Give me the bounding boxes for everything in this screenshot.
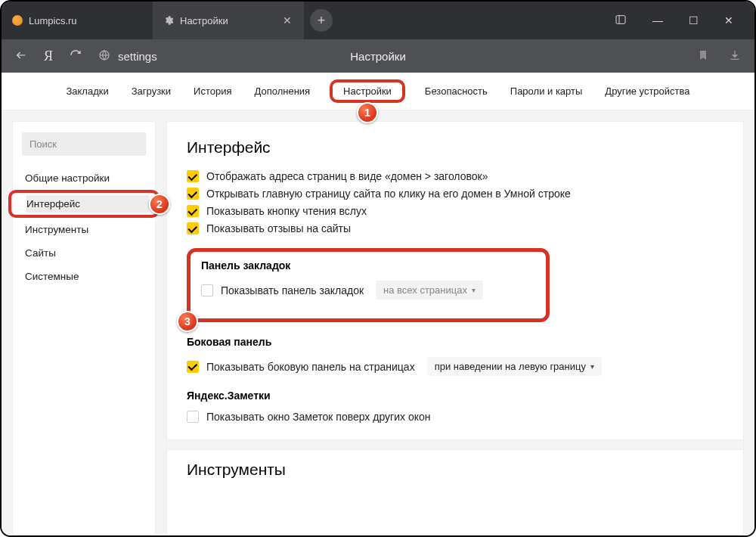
opt-show-sidepanel: Показывать боковую панель на страницах п… [187,357,723,376]
opt-domain-title: Отображать адреса страниц в виде «домен … [187,170,723,182]
callout-badge-3: 3 [177,311,198,332]
section-heading-tools: Инструменты [187,461,723,479]
sidebar-item-general[interactable]: Общие настройки [13,166,155,190]
topnav-settings-label: Настройки [340,81,395,101]
topnav-passwords[interactable]: Пароли и карты [507,81,586,101]
opt-label: Отображать адреса страниц в виде «домен … [206,170,488,182]
callout-badge-2: 2 [149,194,170,215]
settings-topnav: Закладки Загрузки История Дополнения Нас… [2,73,754,110]
close-window-button[interactable]: ✕ [724,14,733,26]
checkbox[interactable] [187,411,199,423]
settings-main: Интерфейс Отображать адреса страниц в ви… [166,121,744,535]
sidebar-item-interface-label: Интерфейс [26,195,149,213]
select-value: при наведении на левую границу [435,361,586,372]
close-icon[interactable]: ✕ [281,14,293,27]
minimize-button[interactable]: — [652,14,663,26]
search-input[interactable]: Поиск [22,132,146,156]
bookmarks-panel-highlighted: Панель закладок Показывать панель заклад… [187,248,550,322]
topnav-addons[interactable]: Дополнения [251,81,313,101]
checkbox[interactable] [187,188,199,200]
tab-title: Настройки [180,15,228,26]
browser-toolbar: Я settings Настройки [2,39,754,73]
new-tab-button[interactable]: + [310,9,333,32]
sidepanel-heading: Боковая панель [187,336,723,348]
opt-site-reviews: Показывать отзывы на сайты [187,222,723,234]
opt-label: Показывать панель закладок [221,284,364,296]
section-divider [167,439,743,450]
back-button[interactable] [15,49,27,64]
select-value: на всех страницах [383,284,467,296]
tab-strip: Lumpics.ru Настройки ✕ + — ☐ ✕ [2,2,754,39]
maximize-button[interactable]: ☐ [689,14,699,26]
settings-page: Закладки Загрузки История Дополнения Нас… [2,73,754,535]
sidebar-toggle-icon[interactable] [615,14,627,28]
checkbox[interactable] [187,222,199,234]
chevron-down-icon: ▾ [472,286,476,294]
tab-settings[interactable]: Настройки ✕ [153,2,304,39]
address-bar[interactable]: settings [98,49,157,64]
gear-icon [163,15,174,26]
section-heading-interface: Интерфейс [187,138,723,157]
sidebar-item-tools[interactable]: Инструменты [13,218,155,241]
notes-heading: Яндекс.Заметки [187,390,723,402]
window-controls: — ☐ ✕ [615,2,754,39]
opt-open-homepage: Открывать главную страницу сайта по клик… [187,188,723,200]
opt-notes-on-top: Показывать окно Заметок поверх других ок… [187,411,723,423]
topnav-settings-highlighted[interactable]: Настройки 1 [330,79,405,103]
sidepanel-mode-select[interactable]: при наведении на левую границу ▾ [427,357,602,376]
opt-label: Открывать главную страницу сайта по клик… [206,188,571,200]
opt-label: Показывать боковую панель на страницах [206,361,415,373]
page-title: Настройки [350,50,406,63]
topnav-downloads[interactable]: Загрузки [129,81,174,101]
bookmark-icon[interactable] [697,49,709,64]
checkbox[interactable] [187,170,199,182]
tab-title: Lumpics.ru [29,15,77,26]
checkbox[interactable] [187,205,199,217]
topnav-security[interactable]: Безопасность [422,81,491,101]
opt-tts-button: Показывать кнопку чтения вслух [187,205,723,217]
settings-sidebar: Поиск Общие настройки Интерфейс 2 Инстру… [12,121,156,535]
tab-lumpics[interactable]: Lumpics.ru [2,2,153,39]
topnav-bookmarks[interactable]: Закладки [63,81,111,101]
bookmarks-heading: Панель закладок [201,259,535,272]
checkbox[interactable] [201,284,213,296]
topnav-history[interactable]: История [191,81,234,101]
bookmarks-scope-select[interactable]: на всех страницах ▾ [376,281,483,300]
topnav-devices[interactable]: Другие устройства [602,81,692,101]
opt-label: Показывать окно Заметок поверх других ок… [206,411,430,423]
checkbox[interactable] [187,361,199,373]
opt-show-bookmarks-bar: Показывать панель закладок на всех стран… [201,281,535,300]
favicon-lumpics [12,15,23,26]
globe-icon [98,49,110,64]
callout-badge-1: 1 [357,102,378,123]
opt-label: Показывать кнопку чтения вслух [206,205,367,217]
opt-label: Показывать отзывы на сайты [206,222,351,234]
svg-rect-0 [616,15,625,23]
chevron-down-icon: ▾ [590,362,594,371]
download-icon[interactable] [729,49,741,64]
address-text: settings [118,50,157,63]
sidebar-item-system[interactable]: Системные [13,265,155,288]
sidebar-item-sites[interactable]: Сайты [13,241,155,265]
sidebar-item-interface-highlighted[interactable]: Интерфейс 2 [8,190,160,218]
reload-button[interactable] [70,49,82,64]
yandex-home-button[interactable]: Я [44,48,53,64]
